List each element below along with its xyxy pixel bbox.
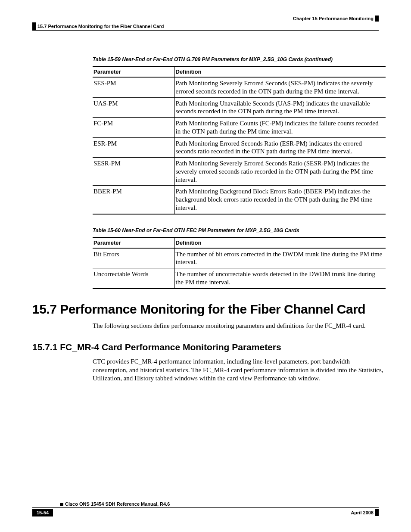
page-number-badge: 15-54 xyxy=(32,509,53,516)
cell-param: UAS-PM xyxy=(93,97,174,118)
table-row: UAS-PMPath Monitoring Unavailable Second… xyxy=(93,97,386,118)
cell-def: Path Monitoring Failure Counts (FC-PM) i… xyxy=(174,118,386,138)
page-content: Table 15-59 Near-End or Far-End OTN G.70… xyxy=(32,56,379,383)
col-parameter: Parameter xyxy=(93,237,174,248)
cell-param: BBER-PM xyxy=(93,186,174,214)
cell-def: Path Monitoring Errored Seconds Ratio (E… xyxy=(174,137,386,158)
cell-param: SES-PM xyxy=(93,77,174,97)
col-parameter: Parameter xyxy=(93,66,174,77)
cell-param: Bit Errors xyxy=(93,248,174,268)
table-row: ESR-PMPath Monitoring Errored Seconds Ra… xyxy=(93,137,386,158)
cell-def: Path Monitoring Unavailable Seconds (UAS… xyxy=(174,97,386,118)
table-row: BBER-PMPath Monitoring Background Block … xyxy=(93,186,386,214)
cell-param: FC-PM xyxy=(93,118,174,138)
footer-date: April 2008 xyxy=(351,509,379,516)
section-heading: 15.7 Performance Monitoring for the Fibe… xyxy=(32,302,379,317)
table-header-row: Parameter Definition xyxy=(93,237,386,248)
table-row: SESR-PMPath Monitoring Severely Errored … xyxy=(93,158,386,186)
page-footer: Cisco ONS 15454 SDH Reference Manual, R4… xyxy=(32,501,379,516)
header-chapter: Chapter 15 Performance Monitoring xyxy=(32,16,379,22)
table-59: Parameter Definition SES-PMPath Monitori… xyxy=(93,66,386,215)
running-header: Chapter 15 Performance Monitoring 15.7 P… xyxy=(32,16,379,31)
table-row: Bit ErrorsThe number of bit errors corre… xyxy=(93,248,386,268)
square-icon xyxy=(60,503,63,506)
cell-def: The number of bit errors corrected in th… xyxy=(174,248,386,268)
cell-def: Path Monitoring Severely Errored Seconds… xyxy=(174,158,386,186)
header-section: 15.7 Performance Monitoring for the Fibe… xyxy=(32,22,379,31)
subsection-body: CTC provides FC_MR-4 performance informa… xyxy=(93,358,386,383)
col-definition: Definition xyxy=(174,237,386,248)
table-60: Parameter Definition Bit ErrorsThe numbe… xyxy=(93,237,386,289)
manual-title-text: Cisco ONS 15454 SDH Reference Manual, R4… xyxy=(65,501,170,507)
table-59-caption: Table 15-59 Near-End or Far-End OTN G.70… xyxy=(93,56,379,62)
cell-param: ESR-PM xyxy=(93,137,174,158)
subsection-heading: 15.7.1 FC_MR-4 Card Performance Monitori… xyxy=(32,342,379,352)
footer-manual-title: Cisco ONS 15454 SDH Reference Manual, R4… xyxy=(32,501,379,508)
cell-def: Path Monitoring Background Block Errors … xyxy=(174,186,386,214)
table-row: Uncorrectable WordsThe number of uncorre… xyxy=(93,268,386,289)
cell-param: SESR-PM xyxy=(93,158,174,186)
table-60-caption: Table 15-60 Near-End or Far-End OTN FEC … xyxy=(93,227,379,233)
cell-def: Path Monitoring Severely Errored Seconds… xyxy=(174,77,386,97)
cell-def: The number of uncorrectable words detect… xyxy=(174,268,386,289)
table-row: FC-PMPath Monitoring Failure Counts (FC-… xyxy=(93,118,386,138)
table-header-row: Parameter Definition xyxy=(93,66,386,77)
cell-param: Uncorrectable Words xyxy=(93,268,174,289)
section-intro: The following sections define performanc… xyxy=(93,322,386,330)
col-definition: Definition xyxy=(174,66,386,77)
table-row: SES-PMPath Monitoring Severely Errored S… xyxy=(93,77,386,97)
